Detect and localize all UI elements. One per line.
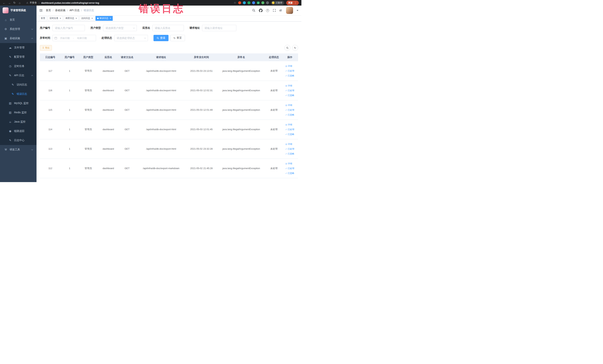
export-button[interactable]: ↧ 导出 <box>40 45 52 51</box>
action-detail-link[interactable]: ◎详细 <box>285 122 292 127</box>
paused-badge-label: 已暂停 <box>276 1 282 4</box>
sidebar-item-error-log[interactable]: ✎错误日志 <box>0 89 36 99</box>
font-size-icon[interactable]: tT <box>279 9 282 12</box>
process-status-select[interactable] <box>114 35 148 41</box>
action-detail-link[interactable]: ◎详细 <box>285 161 292 166</box>
row-actions: ◎详细✓已处理✓已忽略 <box>285 122 294 137</box>
paused-badge[interactable]: 已暂停 <box>271 1 284 5</box>
update-button-label: 更新 <box>288 1 293 4</box>
tab-error-log[interactable]: 错误日志× <box>95 16 113 21</box>
browser-chrome: ← → ↻ ⌂ ⚠ 不安全 | dashboard.yudao.iocoder.… <box>0 0 302 6</box>
tab-close-icon[interactable]: × <box>91 17 93 20</box>
end-date-input[interactable] <box>75 37 89 39</box>
date-range-picker[interactable]: - <box>52 35 96 41</box>
breadcrumb-item[interactable]: 首页 <box>46 9 51 12</box>
address-bar[interactable]: ⚠ 不安全 | dashboard.yudao.iocoder.cn/infra… <box>24 1 232 5</box>
action-processed-link[interactable]: ✓已处理 <box>285 69 294 73</box>
breadcrumb-item[interactable]: 基础设施 <box>55 9 65 12</box>
request-url-input[interactable] <box>202 25 236 31</box>
search-button[interactable]: 搜索 <box>153 35 169 41</box>
sidebar-item-infrastructure[interactable]: ▣基础设施 <box>0 34 36 43</box>
user-id-input[interactable] <box>52 25 85 31</box>
back-icon[interactable]: ← <box>2 1 6 4</box>
help-icon[interactable]: ? <box>266 9 269 12</box>
extension-icon[interactable]: on <box>257 1 260 4</box>
check-icon: ✓ <box>285 112 287 117</box>
sidebar-item-api-log[interactable]: ✎API 日志 <box>0 71 36 80</box>
action-ignored-link[interactable]: ✓已忽略 <box>285 171 294 176</box>
extension-icon[interactable] <box>247 1 250 4</box>
sidebar-item-trace[interactable]: ◉链路追踪 <box>0 127 36 136</box>
tab-access-log[interactable]: 访问日志× <box>80 16 94 21</box>
action-ignored-link[interactable]: ✓已忽略 <box>285 151 294 156</box>
extension-icon[interactable] <box>238 1 241 4</box>
tab-scheduled-tasks[interactable]: 定时任务× <box>48 16 63 21</box>
sidebar-item-home[interactable]: ⌂首页 <box>0 15 36 24</box>
tab-home[interactable]: 首页 <box>39 16 47 21</box>
chevron-up-icon <box>31 75 33 77</box>
sidebar-item-dev-tools[interactable]: ⚒研发工具 <box>0 145 36 154</box>
action-detail-link[interactable]: ◎详细 <box>285 142 292 146</box>
extension-icon[interactable] <box>266 1 269 4</box>
tab-close-icon[interactable]: × <box>76 17 77 20</box>
browser-home-icon[interactable]: ⌂ <box>17 1 22 4</box>
action-detail-link[interactable]: ◎详细 <box>285 103 292 107</box>
search-icon[interactable] <box>252 9 255 12</box>
action-ignored-link[interactable]: ✓已忽略 <box>285 73 294 78</box>
cell-id: 114 <box>40 120 61 139</box>
action-processed-link[interactable]: ✓已处理 <box>285 107 294 112</box>
update-button[interactable]: 更新 ⋮ <box>286 0 299 5</box>
sidebar-item-scheduled-tasks[interactable]: ◷定时任务 <box>0 61 36 71</box>
hamburger-icon[interactable] <box>39 9 43 12</box>
extension-icon[interactable] <box>252 1 255 4</box>
column-header-9: 操作 <box>282 53 298 61</box>
tab-schedule-log[interactable]: 调度日志× <box>64 16 79 21</box>
action-ignored-link[interactable]: ✓已忽略 <box>285 132 294 137</box>
sidebar-item-log-center[interactable]: ✎日志中心 <box>0 136 36 145</box>
fullscreen-icon[interactable] <box>273 9 276 12</box>
sidebar-item-java-monitor[interactable]: ☕Java 监控 <box>0 117 36 127</box>
avatar-caret-down-icon[interactable] <box>297 10 299 12</box>
action-ignored-link[interactable]: ✓已忽略 <box>285 112 294 117</box>
check-icon: ✓ <box>285 69 287 73</box>
hide-search-button[interactable] <box>284 45 290 51</box>
user-type-select[interactable] <box>103 25 137 31</box>
cell-status: 未处理 <box>266 139 282 159</box>
action-processed-link[interactable]: ✓已处理 <box>285 88 294 93</box>
action-label: 已处理 <box>288 107 294 112</box>
browser-toolbar-right: ☆ on 已暂停 更新 ⋮ <box>234 0 300 5</box>
not-secure-icon: ⚠ <box>26 1 28 4</box>
extension-icon[interactable] <box>261 1 264 4</box>
app-name-input[interactable] <box>152 25 184 31</box>
refresh-button[interactable]: ↻ <box>292 45 298 51</box>
reload-icon[interactable]: ↻ <box>12 1 17 4</box>
action-processed-link[interactable]: ✓已处理 <box>285 146 294 151</box>
sidebar-item-config-management[interactable]: ✎配置管理 <box>0 52 36 61</box>
action-label: 已忽略 <box>288 93 294 98</box>
github-icon[interactable] <box>259 9 263 12</box>
start-date-input[interactable] <box>58 37 72 39</box>
filter-app-name: 应用名 <box>142 25 184 31</box>
tab-close-icon[interactable]: × <box>110 17 111 20</box>
sidebar-item-file-management[interactable]: ☁文件管理 <box>0 43 36 52</box>
breadcrumb-item[interactable]: API 日志 <box>70 9 80 12</box>
sidebar: 芋道管理系统 ⌂首页⚙系统管理▣基础设施☁文件管理✎配置管理◷定时任务✎API … <box>0 6 36 182</box>
sidebar-item-redis-monitor[interactable]: ▥Redis 监控 <box>0 108 36 117</box>
table-row: 1141管理员dashboardGET/api/infra/db-doc/exp… <box>40 120 298 139</box>
action-processed-link[interactable]: ✓已处理 <box>285 166 294 171</box>
extension-icon[interactable] <box>243 1 246 4</box>
sidebar-item-system-management[interactable]: ⚙系统管理 <box>0 24 36 34</box>
sidebar-item-mysql-monitor[interactable]: ▥MySQL 监控 <box>0 99 36 108</box>
forward-icon[interactable]: → <box>7 1 12 4</box>
sidebar-item-access-log[interactable]: ✎访问日志 <box>0 80 36 89</box>
filter-label: 异常时间 <box>40 36 50 40</box>
bookmark-star-icon[interactable]: ☆ <box>234 1 236 4</box>
action-ignored-link[interactable]: ✓已忽略 <box>285 93 294 98</box>
action-detail-link[interactable]: ◎详细 <box>285 83 292 88</box>
browser-menu-kebab-icon[interactable]: ⋮ <box>294 1 297 4</box>
avatar[interactable] <box>286 7 293 14</box>
action-detail-link[interactable]: ◎详细 <box>285 64 292 69</box>
action-processed-link[interactable]: ✓已处理 <box>285 127 294 132</box>
tab-close-icon[interactable]: × <box>60 17 61 20</box>
reset-button[interactable]: ↻ 重置 <box>170 35 185 41</box>
